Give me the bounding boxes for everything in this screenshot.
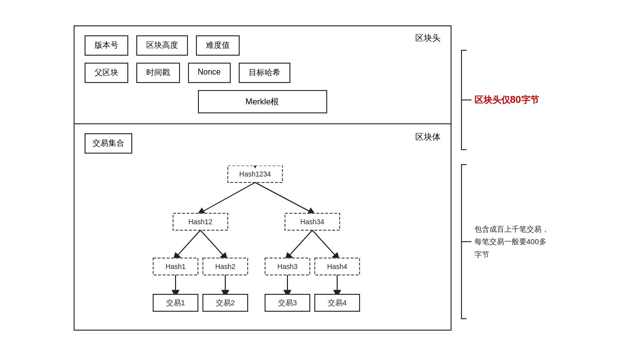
merkle-tree-svg: Hash1234 Hash12 Hash34 bbox=[143, 166, 382, 320]
body-label-text: 包含成百上千笔交易，每笔交易一般要400多字节 bbox=[474, 225, 549, 259]
transaction-set-box: 交易集合 bbox=[85, 133, 132, 154]
svg-line-10 bbox=[287, 230, 312, 258]
svg-line-8 bbox=[176, 230, 200, 258]
block-body-section: 区块体 交易集合 Hash1234 Hash12 bbox=[75, 124, 451, 330]
svg-text:交易1: 交易1 bbox=[166, 298, 184, 307]
merkle-root-box: Merkle根 bbox=[198, 90, 327, 113]
svg-line-2 bbox=[200, 182, 255, 213]
header-label-text: 区块头仅80字节 bbox=[474, 95, 539, 105]
nonce-box: Nonce bbox=[188, 63, 231, 83]
block-header-label: 区块头 bbox=[415, 32, 441, 44]
body-bracket-group: 包含成百上千笔交易，每笔交易一般要400多字节 bbox=[457, 160, 549, 324]
timestamp-box: 时间戳 bbox=[136, 63, 180, 83]
target-hash-box: 目标哈希 bbox=[239, 63, 290, 83]
header-bracket-group: 区块头仅80字节 bbox=[457, 45, 539, 155]
svg-text:Hash1: Hash1 bbox=[165, 263, 185, 270]
svg-text:交易2: 交易2 bbox=[215, 298, 234, 307]
header-bracket-svg bbox=[457, 45, 471, 155]
version-box: 版本号 bbox=[85, 35, 128, 56]
body-bracket-svg bbox=[457, 160, 471, 324]
merkle-row: Merkle根 bbox=[85, 90, 441, 113]
height-box: 区块高度 bbox=[136, 35, 188, 56]
block-header-section: 区块头 版本号 区块高度 难度值 父区块 时间戳 Nonce 目标哈希 Merk… bbox=[75, 26, 451, 124]
diagram-wrapper: 区块头 版本号 区块高度 难度值 父区块 时间戳 Nonce 目标哈希 Merk… bbox=[74, 25, 571, 331]
svg-line-3 bbox=[255, 182, 312, 213]
header-side-label: 区块头仅80字节 bbox=[474, 94, 539, 106]
svg-text:交易3: 交易3 bbox=[277, 298, 296, 307]
svg-text:Hash2: Hash2 bbox=[215, 263, 235, 270]
svg-text:Hash34: Hash34 bbox=[300, 218, 324, 226]
difficulty-box: 难度值 bbox=[196, 35, 240, 56]
header-label-bold: 80 bbox=[510, 94, 521, 105]
body-side-label: 包含成百上千笔交易，每笔交易一般要400多字节 bbox=[474, 223, 549, 261]
header-row-1: 版本号 区块高度 难度值 bbox=[85, 35, 441, 56]
parent-block-box: 父区块 bbox=[85, 63, 128, 83]
svg-text:交易4: 交易4 bbox=[327, 298, 346, 307]
svg-line-9 bbox=[200, 230, 225, 258]
side-panel: 区块头仅80字节 包含成百上千笔交易，每笔交易一般要400多字节 bbox=[457, 25, 571, 331]
svg-text:Hash1234: Hash1234 bbox=[239, 170, 271, 178]
svg-text:Hash4: Hash4 bbox=[327, 263, 347, 270]
header-label-pre: 区块头仅 bbox=[474, 95, 510, 105]
block-container: 区块头 版本号 区块高度 难度值 父区块 时间戳 Nonce 目标哈希 Merk… bbox=[74, 25, 452, 331]
svg-line-11 bbox=[312, 230, 337, 258]
svg-text:Hash3: Hash3 bbox=[277, 263, 297, 270]
header-label-unit: 字节 bbox=[521, 95, 539, 105]
svg-text:Hash12: Hash12 bbox=[188, 218, 212, 226]
header-row-2: 父区块 时间戳 Nonce 目标哈希 bbox=[85, 63, 441, 83]
block-body-label: 区块体 bbox=[415, 131, 441, 143]
